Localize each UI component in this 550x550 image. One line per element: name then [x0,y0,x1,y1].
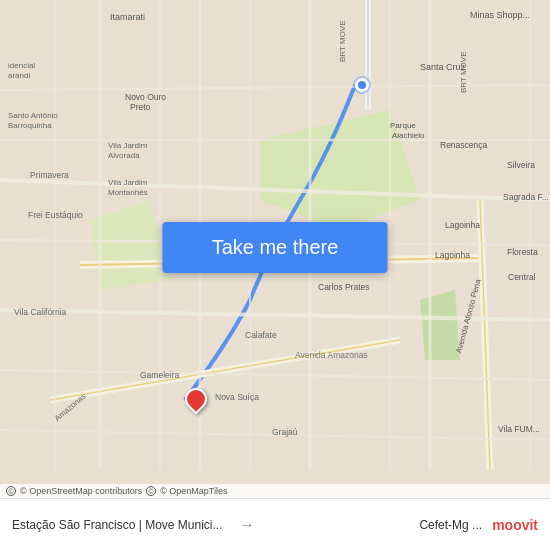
svg-text:BRT MOVE: BRT MOVE [459,52,468,94]
app: Itamarati BRT MOVE BRT MOVE Minas Shopp.… [0,0,550,550]
svg-text:Parque: Parque [390,121,416,130]
svg-text:Nova Suíça: Nova Suíça [215,392,259,402]
route-from: Estação São Francisco | Move Munici... [12,518,231,532]
svg-text:Calafate: Calafate [245,330,277,340]
svg-text:Novo Ouro: Novo Ouro [125,92,166,102]
svg-text:Floresta: Floresta [507,247,538,257]
route-to: Cefet-Mg ... [263,518,482,532]
svg-text:Renascença: Renascença [440,140,488,150]
svg-text:Avenida Amazonas: Avenida Amazonas [295,350,368,360]
svg-text:Vila Califórnia: Vila Califórnia [14,307,67,317]
svg-text:Barroquinha: Barroquinha [8,121,52,130]
svg-text:Santo Antônio: Santo Antônio [8,111,58,120]
moovit-logo: moovit [492,517,538,533]
svg-text:Preto: Preto [130,102,151,112]
svg-text:Vila Jardim: Vila Jardim [108,178,148,187]
svg-text:Santa Cruz: Santa Cruz [420,62,466,72]
svg-text:Vila Jardim: Vila Jardim [108,141,148,150]
svg-text:Minas Shopp...: Minas Shopp... [470,10,530,20]
svg-text:Grajaú: Grajaú [272,427,298,437]
svg-text:Alvorada: Alvorada [108,151,140,160]
svg-text:Montanhês: Montanhês [108,188,148,197]
svg-text:Central: Central [508,272,536,282]
copyright-icon: © [6,486,16,496]
take-me-there-button[interactable]: Take me there [163,222,388,273]
svg-text:BRT MOVE: BRT MOVE [338,21,347,63]
svg-text:arandi: arandi [8,71,30,80]
svg-text:Lagoinha: Lagoinha [435,250,470,260]
attribution-omt: © OpenMapTiles [160,486,227,496]
svg-text:Silveira: Silveira [507,160,535,170]
moovit-logo-text: moovit [492,517,538,533]
svg-text:Aiachielo: Aiachielo [392,131,425,140]
svg-text:Carlos Prates: Carlos Prates [318,282,370,292]
map-container: Itamarati BRT MOVE BRT MOVE Minas Shopp.… [0,0,550,498]
destination-pin [185,388,207,410]
svg-text:Primavera: Primavera [30,170,69,180]
svg-text:Gameleira: Gameleira [140,370,179,380]
bottom-bar: Estação São Francisco | Move Munici... →… [0,498,550,550]
svg-text:Vila FUM...: Vila FUM... [498,424,540,434]
svg-text:Frei Eustáquio: Frei Eustáquio [28,210,83,220]
route-arrow-icon: → [239,516,255,534]
attribution-osm: © OpenStreetMap contributors [20,486,142,496]
svg-text:idencial: idencial [8,61,35,70]
svg-text:Sagrada F...: Sagrada F... [503,192,549,202]
map-attribution: © © OpenStreetMap contributors © © OpenM… [0,484,550,498]
svg-text:Lagoinha: Lagoinha [445,220,480,230]
copyright-icon-2: © [146,486,156,496]
svg-text:Itamarati: Itamarati [110,12,145,22]
current-location-dot [355,78,369,92]
